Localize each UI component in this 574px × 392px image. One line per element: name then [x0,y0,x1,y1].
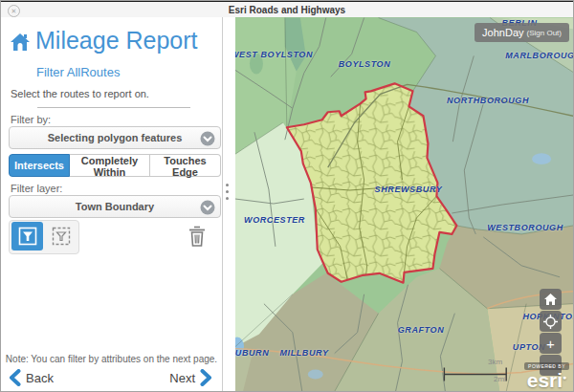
tab-completely-within[interactable]: Completely Within [70,154,150,177]
filter-method-dropdown[interactable]: Selecting polygon features [9,126,221,149]
instruction-text: Select the routes to report on. [11,88,149,99]
filter-layer-value: Town Boundary [10,201,220,212]
chevron-right-icon [200,369,212,386]
tab-touches-edge[interactable]: Touches Edge [150,154,221,177]
app-window: ✕ Esri Roads and Highways Mileage Report… [0,0,574,392]
next-button[interactable]: Next [165,367,212,388]
town-label-boylston: BOYLSTON [339,59,391,69]
spatial-relation-tabs: Intersects Completely Within Touches Edg… [9,154,221,177]
town-label-westborough: WESTBOROUGH [487,223,563,232]
panel-drag-handle[interactable] [223,17,235,391]
town-label-northborough: NORTHBOROUGH [447,96,529,105]
home-icon [544,294,557,305]
filter-layer-label: Filter layer: [11,183,62,194]
selection-tool-group [9,220,79,254]
user-name: JohnDay [482,27,523,38]
back-label: Back [26,371,54,385]
filter-layer-dropdown[interactable]: Town Boundary [9,195,221,218]
locate-button[interactable] [540,311,562,332]
clear-selection-button[interactable] [181,220,213,252]
tab-intersects[interactable]: Intersects [9,154,70,177]
home-extent-button[interactable] [540,289,562,310]
select-by-polygon-button[interactable] [11,222,43,250]
town-label-grafton: GRAFTON [398,325,445,335]
note-text: Note: You can filter by attributes on th… [1,354,222,364]
page-title: Mileage Report [35,27,198,54]
mileage-report-panel: Mileage Report Filter AllRoutes Select t… [1,17,223,391]
esri-brand: esri [527,369,563,391]
scale-km-label: 3km [488,358,502,366]
filter-by-label: Filter by: [11,114,51,125]
signed-in-user-button[interactable]: JohnDay (Sign Out) [475,23,569,42]
basemap [235,17,573,391]
app-title: Esri Roads and Highways [1,5,573,15]
town-label-auburn: AUBURN [235,348,269,358]
filter-method-value: Selecting polygon features [10,132,220,143]
town-label-west-boylston: WEST BOYLSTON [235,50,313,59]
scale-mi-label: 2mi [494,375,506,383]
chevron-down-icon [200,200,215,219]
divider [37,107,190,108]
home-icon [9,31,32,57]
back-button[interactable]: Back [9,367,58,388]
town-label-shrewsbury: SHREWSBURY [375,185,443,194]
esri-dot-icon: ● [563,374,566,381]
next-label: Next [169,371,195,385]
zoom-in-button[interactable]: + [540,333,562,354]
plus-icon: + [546,337,555,351]
town-label-worcester: WORCESTER [244,215,305,225]
sign-out-label: (Sign Out) [527,29,562,37]
locate-icon [543,315,558,329]
town-label-millbury: MILLBURY [279,348,328,358]
page-subtitle: Filter AllRoutes [36,65,120,79]
chevron-left-icon [9,369,21,386]
town-label-marlborough: MARLBOROUGH [505,51,573,60]
title-bar: ✕ Esri Roads and Highways [1,2,573,18]
esri-logo: POWERED BY esri● [524,355,569,389]
trash-icon [186,224,209,249]
select-by-extent-button[interactable] [45,222,77,250]
chevron-down-icon [200,131,215,150]
map-canvas[interactable]: BERLIN WEST BOYLSTON BOYLSTON MARLBOROUG… [235,17,573,391]
